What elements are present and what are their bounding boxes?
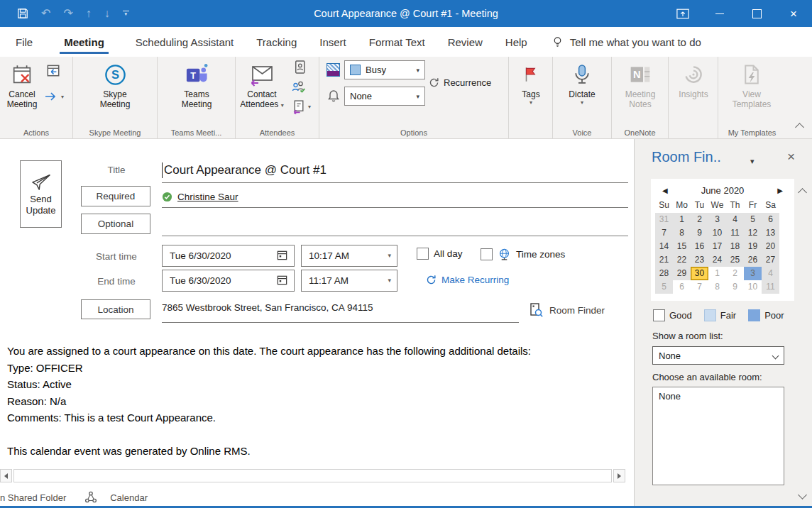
horizontal-scrollbar[interactable] [0,469,625,482]
calendar-day[interactable]: 28 [655,267,673,280]
reminder-dropdown[interactable]: None ▾ [344,87,425,106]
forward-invitation-button[interactable]: ▾ [291,99,311,114]
tab-tracking[interactable]: Tracking [255,27,298,57]
calendar-day[interactable]: 4 [762,267,779,280]
calendar-day[interactable]: 12 [744,226,762,240]
recurrence-button[interactable]: Recurrence [428,77,491,89]
tags-button[interactable]: Tags ▾ [514,57,548,106]
calendar-day[interactable]: 17 [708,240,726,253]
calendar-day[interactable]: 22 [673,253,691,267]
calendar-day[interactable]: 11 [726,226,744,240]
optional-button[interactable]: Optional [81,214,150,234]
calendar-day[interactable]: 1 [673,213,691,226]
required-attendees-field[interactable]: Christine Saur [162,186,238,207]
calendar-day[interactable]: 3 [708,213,726,226]
close-button[interactable]: × [775,0,812,27]
calendar-day[interactable]: 3 [744,267,762,280]
calendar-day[interactable]: 8 [673,226,691,240]
forward-arrow-button[interactable]: ▾ [44,91,64,102]
send-update-button[interactable]: Send Update [20,160,62,228]
calendar-day[interactable]: 8 [708,280,726,294]
calendar-day[interactable]: 6 [762,213,779,226]
calendar-day[interactable]: 13 [762,226,779,240]
calendar-day[interactable]: 29 [673,267,691,280]
address-book-button[interactable] [292,60,307,77]
start-time-input[interactable]: 10:17 AM ▾ [301,245,397,267]
tab-scheduling-assistant[interactable]: Scheduling Assistant [134,27,235,57]
calendar-day[interactable]: 26 [744,253,762,267]
panel-scroll-up-icon[interactable] [799,186,806,199]
calendar-day[interactable]: 19 [744,240,762,253]
calendar-day[interactable]: 7 [691,280,708,294]
date-picker-icon[interactable] [276,274,288,286]
tab-meeting[interactable]: Meeting [62,27,106,57]
calendar-day[interactable]: 31 [655,213,673,226]
calendar-day[interactable]: 30 [691,267,708,280]
ribbon-display-options-button[interactable] [664,0,701,27]
scroll-left-button[interactable] [0,469,12,482]
dictate-button[interactable]: Dictate ▾ [561,57,603,106]
calendar-day[interactable]: 24 [708,253,726,267]
calendar-day[interactable]: 4 [726,213,744,226]
tab-format-text[interactable]: Format Text [368,27,427,57]
end-time-input[interactable]: 11:17 AM ▾ [301,270,397,292]
calendar-day[interactable]: 6 [673,280,691,294]
make-recurring-link[interactable]: Make Recurring [425,274,509,286]
cancel-meeting-button[interactable]: Cancel Meeting [1,57,43,109]
minimize-button[interactable] [701,0,738,27]
required-button[interactable]: Required [81,186,150,206]
location-input[interactable]: 7865 Westbrook Street, San Francisco, CA… [162,302,373,313]
calendar-day[interactable]: 20 [762,240,779,253]
calendar-day[interactable]: 27 [762,253,779,267]
attendee-link[interactable]: Christine Saur [177,192,238,202]
calendar-day[interactable]: 15 [673,240,691,253]
calendar-day[interactable]: 16 [691,240,708,253]
calendar-day[interactable]: 21 [655,253,673,267]
available-rooms-listbox[interactable]: None [652,387,784,485]
location-button[interactable]: Location [81,299,150,319]
calendar-day[interactable]: 5 [744,213,762,226]
calendar-day[interactable]: 18 [726,240,744,253]
time-zones-checkbox[interactable] [481,248,493,260]
scrollbar-track[interactable] [13,469,612,482]
calendar-day[interactable]: 11 [762,280,779,294]
room-list-dropdown[interactable]: None [652,346,784,365]
forward-meeting-button[interactable] [45,62,61,81]
collapse-ribbon-button[interactable] [796,121,803,133]
calendar-day[interactable]: 9 [726,280,744,294]
panel-scroll-down-icon[interactable] [799,488,806,501]
panel-caret-icon[interactable]: ▾ [750,157,755,166]
title-input[interactable]: Court Appearance @ Court #1 [162,162,327,178]
maximize-button[interactable] [738,0,775,27]
calendar-day[interactable]: 7 [655,226,673,240]
teams-meeting-button[interactable]: T Teams Meeting [173,57,220,109]
tab-insert[interactable]: Insert [318,27,348,57]
start-date-input[interactable]: Tue 6/30/2020 [162,245,295,267]
date-picker-icon[interactable] [276,249,288,261]
scroll-right-button[interactable] [613,469,625,482]
calendar-next-icon[interactable]: ▶ [777,187,783,194]
view-status-text[interactable]: Calendar [110,492,148,503]
calendar-day[interactable]: 14 [655,240,673,253]
end-date-input[interactable]: Tue 6/30/2020 [162,270,295,292]
show-as-dropdown[interactable]: Busy ▾ [344,60,425,79]
calendar-day[interactable]: 2 [691,213,708,226]
contact-attendees-button[interactable]: Contact Attendees ▾ [237,57,287,109]
insights-button[interactable]: Insights [672,57,715,99]
calendar-day[interactable]: 2 [726,267,744,280]
panel-close-icon[interactable]: × [787,149,795,165]
calendar-day[interactable]: 23 [691,253,708,267]
tab-help[interactable]: Help [504,27,529,57]
calendar-day[interactable]: 9 [691,226,708,240]
calendar-day[interactable]: 5 [655,280,673,294]
tab-file[interactable]: File [14,27,34,57]
response-options-button[interactable] [291,79,307,98]
calendar-day[interactable]: 25 [726,253,744,267]
room-finder-button[interactable]: Room Finder [528,299,629,321]
calendar-day[interactable]: 10 [744,280,762,294]
message-body[interactable]: You are assigned to a court appearance o… [7,343,625,460]
meeting-notes-button[interactable]: N Meeting Notes [618,57,663,109]
tell-me-box[interactable]: Tell me what you want to do [552,27,701,57]
optional-field[interactable] [162,236,628,236]
calendar-prev-icon[interactable]: ◀ [662,187,668,194]
